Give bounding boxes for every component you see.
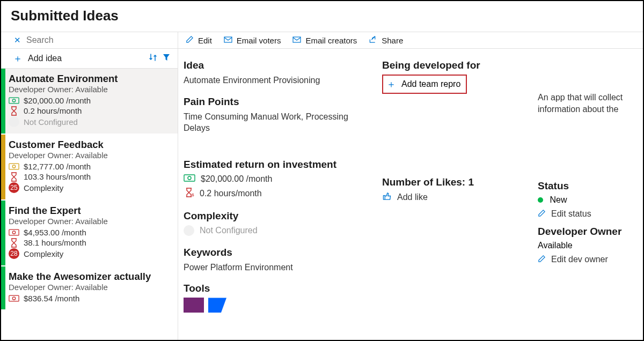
idea-hours-value: 103.3 hours/month	[24, 172, 91, 181]
svg-point-5	[12, 231, 15, 234]
svg-rect-9	[293, 37, 301, 42]
idea-cost-row: $12,777.00 /month	[9, 162, 171, 171]
status-dot-icon	[538, 197, 543, 203]
money-icon	[9, 97, 19, 105]
edit-button[interactable]: Edit	[186, 35, 212, 45]
idea-card[interactable]: Find the Expert Developer Owner: Availab…	[1, 201, 178, 266]
complexity-value: Not Configured	[200, 226, 258, 235]
idea-owner: Developer Owner: Available	[9, 151, 171, 160]
detail-toolbar: Edit Email voters Email creators Share	[178, 32, 643, 49]
svg-rect-4	[9, 229, 19, 235]
idea-card[interactable]: Customer Feedback Developer Owner: Avail…	[1, 135, 178, 201]
complexity-heading: Complexity	[184, 210, 366, 222]
idea-owner: Developer Owner: Available	[9, 217, 171, 226]
ideas-list: Automate Environment Developer Owner: Av…	[1, 69, 178, 340]
money-icon	[9, 294, 19, 303]
search-input[interactable]	[26, 35, 171, 45]
money-icon	[9, 162, 19, 171]
edit-devowner-button[interactable]: Edit dev owner	[538, 255, 633, 265]
status-stripe	[1, 69, 5, 134]
plus-icon: ＋	[13, 52, 23, 65]
svg-rect-8	[224, 37, 232, 42]
sort-icon[interactable]	[149, 53, 157, 64]
email-voters-button[interactable]: Email voters	[224, 35, 281, 45]
idea-complexity-row: Not Configured	[9, 116, 171, 127]
share-label: Share	[382, 36, 403, 45]
idea-hours-row: 103.3 hours/month	[9, 172, 171, 181]
svg-rect-10	[184, 175, 195, 181]
svg-point-3	[12, 165, 15, 168]
svg-rect-0	[9, 98, 19, 103]
tools-row	[184, 298, 366, 313]
idea-title: Make the Awesomizer actually	[9, 271, 171, 283]
status-value-row: New	[538, 195, 633, 205]
search-row: ✕	[1, 32, 178, 49]
hourglass-icon	[9, 107, 19, 115]
complexity-badge: 28	[9, 248, 19, 259]
keywords-heading: Keywords	[184, 247, 366, 258]
detail-body: Idea Automate Environment Provisioning P…	[178, 49, 643, 340]
idea-hours-row: 0.2 hours/month	[9, 106, 171, 115]
add-team-button[interactable]: ＋ Add team repro	[382, 75, 467, 94]
left-pane: ✕ ＋ Add idea Automate Environment Develo…	[1, 32, 178, 340]
filter-icon[interactable]	[163, 54, 170, 63]
idea-owner: Developer Owner: Available	[9, 85, 171, 94]
hourglass-icon	[9, 173, 19, 181]
idea-cost-value: $12,777.00 /month	[24, 162, 91, 171]
share-button[interactable]: Share	[369, 35, 403, 45]
thumbs-up-icon	[382, 191, 392, 203]
idea-cost-value: $20,000.00 /month	[24, 96, 91, 105]
status-value: New	[550, 195, 567, 204]
detail-col-2: Being developed for ＋ Add team repro Num…	[382, 60, 522, 313]
idea-hours-row: 38.1 hours/month	[9, 238, 171, 247]
devfor-heading: Being developed for	[382, 60, 522, 71]
tool-tile-purple[interactable]	[184, 298, 204, 313]
svg-text:$: $	[192, 192, 194, 197]
complexity-badge: 25	[9, 182, 19, 193]
add-like-button[interactable]: Add like	[382, 191, 522, 203]
idea-owner: Developer Owner: Available	[9, 283, 171, 292]
devowner-heading: Developer Owner	[538, 226, 633, 238]
tool-tile-blue[interactable]	[208, 298, 226, 313]
close-icon[interactable]: ✕	[14, 35, 21, 45]
svg-point-1	[12, 99, 15, 102]
status-stripe	[1, 135, 5, 199]
description-text: An app that will collect information abo…	[538, 92, 633, 116]
idea-cost-value: $836.54 /month	[24, 294, 79, 303]
add-idea-row[interactable]: ＋ Add idea	[1, 49, 178, 69]
idea-complexity-label: Complexity	[24, 183, 63, 192]
add-idea-label: Add idea	[28, 54, 143, 63]
tools-heading: Tools	[184, 283, 366, 294]
money-icon	[9, 228, 19, 237]
detail-col-3: An app that will collect information abo…	[538, 60, 633, 313]
layout: ✕ ＋ Add idea Automate Environment Develo…	[1, 32, 643, 340]
detail-col-1: Idea Automate Environment Provisioning P…	[184, 60, 366, 313]
idea-title: Find the Expert	[9, 205, 171, 217]
email-creators-button[interactable]: Email creators	[292, 35, 357, 45]
idea-heading: Idea	[184, 60, 366, 71]
complexity-badge-empty	[184, 225, 194, 236]
roi-hours-value: 0.2 hours/month	[200, 189, 262, 198]
status-stripe	[1, 201, 5, 265]
idea-card[interactable]: Automate Environment Developer Owner: Av…	[1, 69, 178, 135]
mail-icon	[292, 36, 301, 45]
svg-rect-6	[9, 295, 19, 301]
status-heading: Status	[538, 180, 633, 192]
idea-cost-row: $20,000.00 /month	[9, 96, 171, 105]
pain-value: Time Consuming Manual Work, Processing D…	[184, 111, 366, 134]
edit-status-button[interactable]: Edit status	[538, 209, 633, 219]
hourglass-icon	[9, 239, 19, 247]
idea-complexity-row: 25Complexity	[9, 182, 171, 193]
idea-hours-value: 38.1 hours/month	[24, 238, 86, 247]
idea-hours-value: 0.2 hours/month	[24, 106, 82, 115]
keywords-value: Power Platform Environment	[184, 262, 366, 273]
plus-icon: ＋	[386, 78, 396, 91]
header: Submitted Ideas	[1, 1, 643, 32]
complexity-badge-empty	[9, 116, 19, 127]
share-icon	[369, 35, 377, 45]
idea-card[interactable]: Make the Awesomizer actually Developer O…	[1, 266, 178, 310]
pencil-icon	[538, 209, 546, 219]
svg-rect-2	[9, 164, 19, 169]
complexity-row: Not Configured	[184, 225, 366, 236]
email-voters-label: Email voters	[237, 36, 281, 45]
